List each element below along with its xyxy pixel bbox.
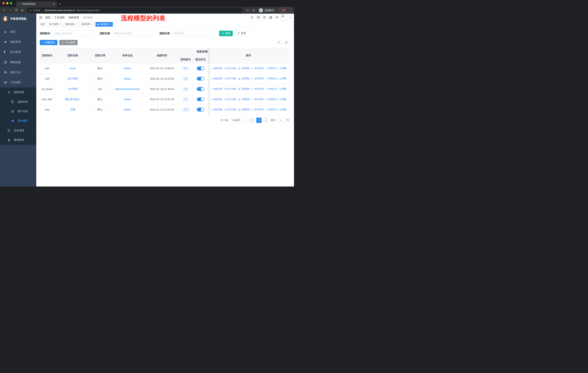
new-tab-button[interactable]: +: [59, 2, 61, 6]
process-name-link[interactable]: 测试多审批人: [65, 98, 81, 101]
search-button[interactable]: 搜索: [219, 30, 233, 36]
breadcrumb-process-manage[interactable]: 流程管理: [68, 16, 79, 19]
process-name-link[interactable]: 滔博: [70, 108, 75, 111]
action-hand-link[interactable]: 发布流程: [252, 98, 263, 101]
tag-close-icon[interactable]: ✕: [91, 23, 93, 26]
tag-process-model[interactable]: 流程模型✕: [95, 22, 113, 27]
action-hand-link[interactable]: 发布流程: [252, 77, 263, 80]
tag-my-process[interactable]: 我的流程✕: [64, 22, 79, 27]
form-info-link[interactable]: biubiu: [124, 108, 131, 111]
action-link-link[interactable]: 流程定义: [265, 87, 277, 91]
status-toggle[interactable]: [197, 97, 204, 101]
toggle-search-button[interactable]: [276, 40, 282, 45]
sidebar-item-workflow[interactable]: 工作流程: [0, 77, 36, 88]
import-process-button[interactable]: 导入流程: [59, 40, 78, 45]
action-hand-link[interactable]: 发布流程: [252, 67, 263, 70]
sidebar-item-devtools[interactable]: 研发工具: [0, 67, 36, 77]
github-icon[interactable]: [257, 16, 260, 19]
sidebar-item-task-manage[interactable]: 任务管理: [0, 126, 36, 135]
sidebar-item-process-manage[interactable]: 流程管理: [0, 87, 36, 97]
window-controls[interactable]: [2, 2, 12, 4]
refresh-table-button[interactable]: [284, 40, 289, 45]
sidebar-item-process-form[interactable]: 流程表单: [0, 97, 36, 107]
next-page-button[interactable]: ›: [263, 118, 269, 123]
action-gear-link[interactable]: 设计流程: [224, 77, 236, 80]
tag-close-icon[interactable]: ✕: [59, 23, 61, 26]
process-name-link[interactable]: OA 请假: [68, 87, 78, 90]
minimize-window-button[interactable]: [6, 2, 8, 4]
status-toggle[interactable]: [197, 67, 204, 70]
zoom-window-button[interactable]: [10, 2, 12, 4]
action-edit-link[interactable]: 修改流程: [211, 98, 222, 101]
avatar-caret-down-icon[interactable]: ▼: [289, 17, 291, 19]
action-user-link[interactable]: 分配规则: [238, 98, 250, 101]
action-link-link[interactable]: 流程定义: [265, 67, 277, 70]
tag-tenant[interactable]: 租户管理✕: [48, 22, 63, 27]
status-toggle[interactable]: [197, 87, 204, 91]
action-link-link[interactable]: 流程定义: [265, 98, 277, 101]
goto-page-input[interactable]: [277, 118, 285, 123]
action-gear-link[interactable]: 设计流程: [224, 108, 236, 111]
bookmark-star-icon[interactable]: [251, 8, 256, 13]
process-name-input[interactable]: [112, 30, 154, 36]
sidebar-item-leave-query[interactable]: 请假查询: [0, 135, 36, 145]
action-edit-link[interactable]: 修改流程: [211, 87, 222, 91]
page-size-select[interactable]: 10条/页: [230, 118, 247, 123]
action-gear-link[interactable]: 设计流程: [224, 67, 236, 70]
process-key-input[interactable]: [52, 30, 94, 36]
update-button[interactable]: 更新 ⋮: [279, 8, 292, 13]
forward-button[interactable]: [8, 8, 13, 13]
form-info-link[interactable]: biubiu: [124, 98, 131, 101]
action-user-link[interactable]: 分配规则: [238, 87, 250, 91]
prev-page-button[interactable]: ‹: [249, 118, 254, 123]
status-toggle[interactable]: [197, 108, 204, 111]
tag-close-icon[interactable]: ✕: [110, 23, 111, 26]
process-name-link[interactable]: eeee: [70, 67, 76, 70]
sidebar-item-system[interactable]: 系统管理: [0, 37, 36, 47]
form-info-link[interactable]: biubiu: [124, 67, 131, 70]
form-info-link[interactable]: /bpm/oa/leave/create: [115, 88, 140, 91]
font-size-icon[interactable]: ᴛT: [275, 16, 278, 19]
sidebar-item-home[interactable]: 首页: [0, 27, 36, 37]
tag-close-icon[interactable]: ✕: [75, 23, 77, 26]
tab-close-icon[interactable]: ✕: [53, 3, 55, 5]
help-icon[interactable]: [263, 16, 266, 19]
reload-button[interactable]: [14, 8, 19, 13]
breadcrumb-home[interactable]: 首页: [45, 16, 51, 19]
action-user-link[interactable]: 分配规则: [238, 108, 250, 111]
create-process-button[interactable]: + 新建流程: [40, 40, 57, 45]
browser-menu-icon[interactable]: ⋮: [288, 9, 290, 12]
action-user-link[interactable]: 分配规则: [238, 67, 250, 70]
action-trash-link[interactable]: 删除: [279, 87, 286, 91]
sidebar-item-process-model[interactable]: 流程模型: [0, 116, 36, 126]
home-button[interactable]: [20, 8, 25, 13]
url-bar[interactable]: 不安全 dashboard.yudao.iocoder.cn/bpm/manag…: [27, 8, 243, 13]
action-user-link[interactable]: 分配规则: [238, 77, 250, 80]
action-trash-link[interactable]: 删除: [279, 108, 286, 111]
action-trash-link[interactable]: 删除: [279, 77, 286, 80]
form-info-link[interactable]: biubiu: [124, 77, 131, 80]
avatar[interactable]: [281, 14, 288, 21]
breadcrumb-workflow[interactable]: 工作流程: [54, 16, 65, 19]
close-window-button[interactable]: [2, 2, 5, 4]
action-edit-link[interactable]: 修改流程: [211, 108, 222, 111]
sidebar-item-user-group[interactable]: 用户分组: [0, 107, 36, 116]
action-gear-link[interactable]: 设计流程: [224, 98, 236, 101]
action-trash-link[interactable]: 删除: [279, 98, 286, 101]
current-page-button[interactable]: 1: [256, 118, 262, 123]
search-icon[interactable]: [251, 16, 254, 19]
action-edit-link[interactable]: 修改流程: [211, 77, 222, 80]
action-hand-link[interactable]: 发布流程: [252, 108, 263, 111]
action-link-link[interactable]: 流程定义: [265, 108, 277, 111]
action-hand-link[interactable]: 发布流程: [252, 87, 263, 91]
action-link-link[interactable]: 流程定义: [265, 77, 277, 80]
action-edit-link[interactable]: 修改流程: [211, 67, 222, 70]
sidebar-item-payment[interactable]: ¥ 支付管理: [0, 47, 36, 57]
tag-home[interactable]: 首页: [39, 22, 47, 27]
collapse-sidebar-icon[interactable]: [39, 16, 43, 20]
action-trash-link[interactable]: 删除: [279, 67, 286, 70]
reset-button[interactable]: 重置: [235, 30, 249, 36]
tag-process-form[interactable]: 流程表单✕: [79, 22, 94, 27]
status-toggle[interactable]: [197, 77, 204, 81]
password-key-icon[interactable]: [245, 8, 250, 13]
